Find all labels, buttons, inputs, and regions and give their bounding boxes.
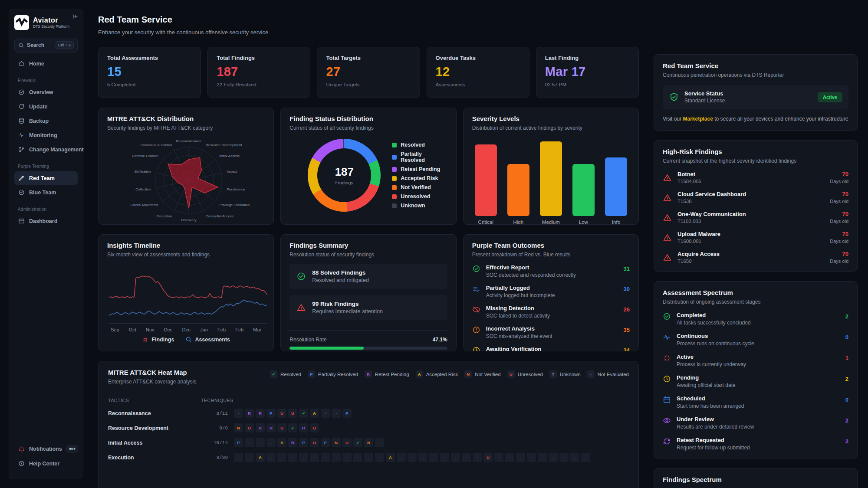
heat-cell[interactable]: - — [332, 409, 341, 418]
heatmap-col-techniques: TECHNIQUES — [201, 398, 629, 403]
heat-cell[interactable]: R — [256, 423, 265, 432]
search-input[interactable]: Search Ctrl + K — [14, 38, 78, 52]
heat-cell[interactable]: A — [386, 453, 395, 462]
heat-cell[interactable]: U — [310, 423, 319, 432]
heat-cell[interactable]: - — [321, 453, 330, 462]
heat-cell[interactable]: - — [559, 453, 569, 462]
heat-cell[interactable]: - — [538, 453, 547, 462]
heat-cell[interactable]: U — [342, 438, 352, 447]
heat-cell[interactable]: - — [440, 453, 449, 462]
heat-cell[interactable]: U — [310, 438, 319, 447]
high-risk-item-botnet[interactable]: BotnetT1584.00570Days old — [663, 171, 848, 184]
high-risk-item-acquire-access[interactable]: Acquire AccessT165070Days old — [663, 251, 848, 264]
heat-cell[interactable]: - — [429, 453, 438, 462]
heat-cell[interactable]: R — [245, 409, 254, 418]
heat-cell[interactable]: N — [332, 438, 341, 447]
sidebar-item-monitoring[interactable]: Monitoring — [14, 128, 78, 142]
heat-cell[interactable]: - — [570, 453, 579, 462]
heat-cell[interactable]: P — [266, 409, 276, 418]
aviator-logo-icon — [14, 15, 29, 30]
stat-card-last-finding: Last FindingMar 1702:57 PM — [536, 47, 639, 98]
heat-cell[interactable]: - — [516, 453, 525, 462]
heat-cell[interactable]: - — [451, 453, 460, 462]
heat-cell[interactable]: - — [266, 438, 276, 447]
heat-cell[interactable]: U — [288, 409, 297, 418]
mitre-heatmap-card: MITRE ATT&CK Heat Map Enterprise ATT&CK … — [98, 361, 639, 488]
heat-legend-not-evaluated: -Not Evaluated — [587, 370, 629, 378]
heat-cell[interactable]: - — [288, 453, 297, 462]
heat-cell[interactable]: N — [234, 423, 243, 432]
heat-cell[interactable]: - — [408, 453, 417, 462]
alert-circle-icon — [472, 326, 480, 334]
heat-cell[interactable]: ✓ — [353, 438, 362, 447]
heat-cell[interactable]: - — [462, 453, 471, 462]
shield-check-icon — [669, 92, 679, 102]
heat-cell[interactable]: - — [342, 453, 352, 462]
heat-cell[interactable]: ✓ — [288, 423, 297, 432]
sidebar-item-help-center[interactable]: Help Center — [14, 457, 78, 470]
heat-cell[interactable]: P — [299, 438, 308, 447]
sidebar-item-backup[interactable]: Backup — [14, 114, 78, 128]
sidebar-item-blue-team[interactable]: Blue Team — [14, 186, 78, 199]
high-risk-item-cloud-service-dashboard[interactable]: Cloud Service DashboardT153870Days old — [663, 191, 848, 204]
heat-cell[interactable]: ✓ — [299, 409, 308, 418]
sidebar-collapse-icon[interactable] — [72, 13, 79, 21]
heat-cell[interactable]: - — [581, 453, 590, 462]
heat-cell[interactable]: - — [549, 453, 558, 462]
heat-cell[interactable]: - — [418, 453, 427, 462]
heat-cell[interactable]: - — [397, 453, 406, 462]
heat-cell[interactable]: - — [266, 453, 276, 462]
resolution-rate-value: 47.1% — [433, 337, 447, 343]
heat-cell[interactable]: U — [483, 453, 493, 462]
heat-legend-partially-resolved: PPartially Resolved — [308, 370, 358, 378]
heat-cell[interactable]: - — [245, 438, 254, 447]
sidebar-item-dashboard[interactable]: Dashboard — [14, 214, 78, 228]
heat-cell[interactable]: - — [321, 409, 330, 418]
resolution-rate: Resolution Rate 47.1% — [289, 328, 447, 350]
findings-spectrum-card: Findings Spectrum — [654, 468, 858, 488]
heat-cell[interactable]: A — [256, 453, 265, 462]
heat-cell[interactable]: R — [299, 423, 308, 432]
sidebar-item-update[interactable]: Update — [14, 100, 78, 113]
heat-cell[interactable]: - — [310, 453, 319, 462]
heat-cell[interactable]: - — [473, 453, 482, 462]
sidebar-item-overview[interactable]: Overview — [14, 85, 78, 99]
heat-cell[interactable]: R — [266, 423, 276, 432]
marketplace-link[interactable]: Marketplace — [683, 116, 713, 122]
heat-cell[interactable]: P — [321, 438, 330, 447]
heat-cell[interactable]: - — [505, 453, 514, 462]
heat-cell[interactable]: P — [342, 409, 352, 418]
heat-cell[interactable]: - — [256, 438, 265, 447]
heat-cell[interactable]: - — [234, 453, 243, 462]
sidebar-item-notifications[interactable]: Notifications99+ — [14, 442, 78, 456]
heat-cell[interactable]: N — [364, 438, 373, 447]
svg-text:Execution: Execution — [157, 214, 172, 218]
heat-cell[interactable]: U — [245, 423, 254, 432]
donut-total-label: Findings — [335, 180, 354, 185]
heat-cell[interactable]: R — [288, 438, 297, 447]
heat-cell[interactable]: - — [375, 453, 384, 462]
heat-cell[interactable]: U — [277, 409, 286, 418]
pen-icon — [18, 175, 25, 181]
heat-cell[interactable]: - — [332, 453, 341, 462]
heat-cell[interactable]: P — [234, 438, 243, 447]
heat-cell[interactable]: A — [310, 409, 319, 418]
heat-cell[interactable]: - — [364, 453, 373, 462]
sidebar-item-change-management[interactable]: Change Management — [14, 143, 78, 156]
heat-cell[interactable]: - — [245, 453, 254, 462]
heat-cell[interactable]: - — [277, 453, 286, 462]
high-risk-item-one-way-communication[interactable]: One-Way CommunicationT1102.00370Days old — [663, 211, 848, 224]
heat-cell[interactable]: R — [256, 409, 265, 418]
sidebar-item-red-team[interactable]: Red Team — [14, 171, 78, 185]
heat-cell[interactable]: U — [277, 423, 286, 432]
heat-cell[interactable]: - — [353, 453, 362, 462]
heat-cell[interactable]: - — [234, 409, 243, 418]
heat-cell[interactable]: - — [527, 453, 536, 462]
high-risk-item-upload-malware[interactable]: Upload MalwareT1608.00170Days old — [663, 231, 848, 244]
heat-cell[interactable]: - — [494, 453, 503, 462]
heat-cell[interactable]: A — [277, 438, 286, 447]
heat-cell[interactable]: - — [375, 438, 384, 447]
heat-cell[interactable]: - — [299, 453, 308, 462]
sidebar-item-home[interactable]: Home — [14, 57, 78, 70]
stat-value: 187 — [217, 65, 301, 79]
